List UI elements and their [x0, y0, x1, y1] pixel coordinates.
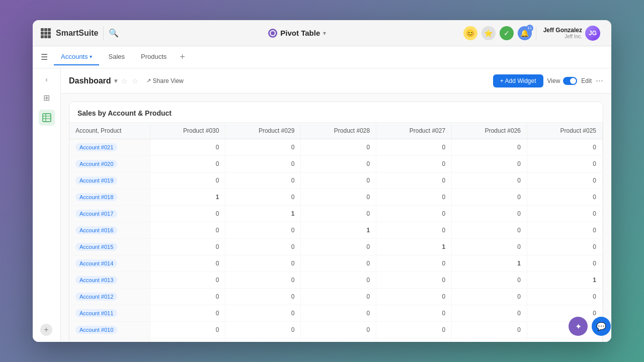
value-cell: 0 — [452, 222, 527, 239]
user-menu[interactable]: Jeff Gonzalez Jeff Inc. JG — [540, 24, 603, 42]
table-row: Account #016001000 — [69, 222, 603, 239]
search-icon[interactable]: 🔍 — [109, 28, 119, 38]
tab-sales[interactable]: Sales — [101, 49, 132, 65]
value-cell: 0 — [527, 156, 603, 172]
table-title: Sales by Account & Product — [69, 102, 603, 123]
pivot-table-icon — [268, 29, 277, 38]
view-switch[interactable] — [563, 77, 577, 85]
col-header-account: Account, Product — [69, 123, 150, 139]
value-cell: 0 — [527, 206, 603, 222]
value-cell: 0 — [452, 305, 527, 322]
add-widget-button[interactable]: + Add Widget — [493, 74, 543, 87]
value-cell: 0 — [376, 222, 452, 239]
table-row: Account #017010000 — [69, 206, 603, 222]
value-cell: 0 — [225, 272, 301, 289]
check-button[interactable]: ✓ — [500, 26, 514, 40]
dashboard-dropdown-icon[interactable]: ▾ — [114, 77, 117, 84]
value-cell: 1 — [376, 239, 452, 255]
star-button[interactable]: ⭐ — [481, 26, 496, 40]
col-header-030: Product #030 — [150, 123, 225, 139]
chat-fab[interactable]: 💬 — [592, 317, 611, 336]
value-cell: 0 — [225, 338, 301, 342]
value-cell: 0 — [301, 338, 376, 342]
value-cell: 1 — [452, 255, 527, 272]
table-row: Account #009100000 — [69, 338, 603, 342]
value-cell: 0 — [150, 222, 225, 239]
add-tab-button[interactable]: + — [176, 50, 189, 64]
value-cell: 1 — [527, 272, 603, 289]
sidebar-item-grid[interactable]: ⊞ — [39, 89, 55, 106]
accounts-dropdown-icon[interactable]: ▾ — [90, 54, 92, 59]
table-container: Sales by Account & Product Account, Prod… — [61, 94, 611, 342]
account-cell: Account #014 — [69, 255, 150, 272]
sidebar-toggle[interactable]: ‹ — [40, 72, 54, 86]
value-cell: 0 — [527, 139, 603, 156]
value-cell: 0 — [452, 206, 527, 222]
value-cell: 0 — [527, 255, 603, 272]
main-window: SmartSuite 🔍 Pivot Table ▾ 😊 ⭐ ✓ 🔔 11 Je… — [33, 20, 611, 342]
value-cell: 0 — [527, 289, 603, 305]
value-cell: 0 — [452, 172, 527, 189]
table-row: Account #015000100 — [69, 239, 603, 255]
value-cell: 0 — [452, 272, 527, 289]
view-toggle[interactable]: View — [547, 77, 578, 85]
table-header-row: Account, Product Product #030 Product #0… — [69, 123, 603, 139]
apps-icon[interactable] — [41, 28, 51, 38]
value-cell: 0 — [225, 322, 301, 338]
table-row: Account #018100000 — [69, 189, 603, 206]
table-row: Account #010000000 — [69, 322, 603, 338]
account-cell: Account #015 — [69, 239, 150, 255]
navbar: ☰ Accounts ▾ Sales Products + — [33, 46, 611, 68]
value-cell: 0 — [301, 206, 376, 222]
tab-products[interactable]: Products — [134, 49, 174, 65]
value-cell: 0 — [225, 255, 301, 272]
fab-area: ✦ 💬 — [569, 317, 611, 336]
hamburger-icon[interactable]: ☰ — [41, 52, 48, 62]
value-cell: 0 — [225, 189, 301, 206]
value-cell: 0 — [301, 189, 376, 206]
value-cell: 0 — [150, 322, 225, 338]
table-row: Account #011000000 — [69, 305, 603, 322]
sparkle-fab[interactable]: ✦ — [569, 317, 588, 336]
value-cell: 0 — [452, 239, 527, 255]
dashboard-star1[interactable]: ☆ — [121, 77, 128, 85]
sidebar-item-table[interactable] — [39, 110, 55, 126]
value-cell: 0 — [301, 239, 376, 255]
value-cell: 0 — [376, 172, 452, 189]
more-options-button[interactable]: ··· — [596, 75, 603, 86]
window-title: Pivot Table — [280, 29, 320, 37]
value-cell: 0 — [452, 156, 527, 172]
value-cell: 1 — [225, 206, 301, 222]
value-cell: 0 — [376, 139, 452, 156]
account-cell: Account #016 — [69, 222, 150, 239]
notifications-button[interactable]: 🔔 11 — [518, 26, 532, 40]
value-cell: 1 — [301, 222, 376, 239]
value-cell: 0 — [452, 338, 527, 342]
pivot-table: Account, Product Product #030 Product #0… — [69, 123, 603, 342]
dashboard-header: Dashboard ▾ ☆ ☆ ↗ Share View + Add Widge… — [61, 68, 611, 94]
value-cell: 0 — [225, 239, 301, 255]
user-name: Jeff Gonzalez — [543, 27, 582, 34]
user-role: Jeff Inc. — [543, 34, 582, 39]
value-cell: 0 — [301, 139, 376, 156]
value-cell: 0 — [225, 172, 301, 189]
title-dropdown-icon[interactable]: ▾ — [323, 30, 326, 37]
account-cell: Account #018 — [69, 189, 150, 206]
value-cell: 0 — [150, 305, 225, 322]
table-row: Account #012000000 — [69, 289, 603, 305]
edit-button[interactable]: Edit — [581, 77, 592, 84]
add-bottom-button[interactable]: + — [40, 324, 52, 336]
share-view-button[interactable]: ↗ Share View — [146, 77, 184, 84]
avatar: JG — [585, 26, 600, 41]
content-area: Dashboard ▾ ☆ ☆ ↗ Share View + Add Widge… — [61, 68, 611, 342]
tab-accounts[interactable]: Accounts ▾ — [54, 49, 99, 65]
value-cell: 0 — [376, 305, 452, 322]
dashboard-star2[interactable]: ☆ — [132, 77, 138, 85]
emoji-button[interactable]: 😊 — [463, 26, 477, 40]
account-cell: Account #009 — [69, 338, 150, 342]
value-cell: 0 — [376, 272, 452, 289]
svg-rect-0 — [43, 114, 51, 122]
value-cell: 1 — [150, 338, 225, 342]
value-cell: 0 — [301, 156, 376, 172]
value-cell: 0 — [527, 338, 603, 342]
